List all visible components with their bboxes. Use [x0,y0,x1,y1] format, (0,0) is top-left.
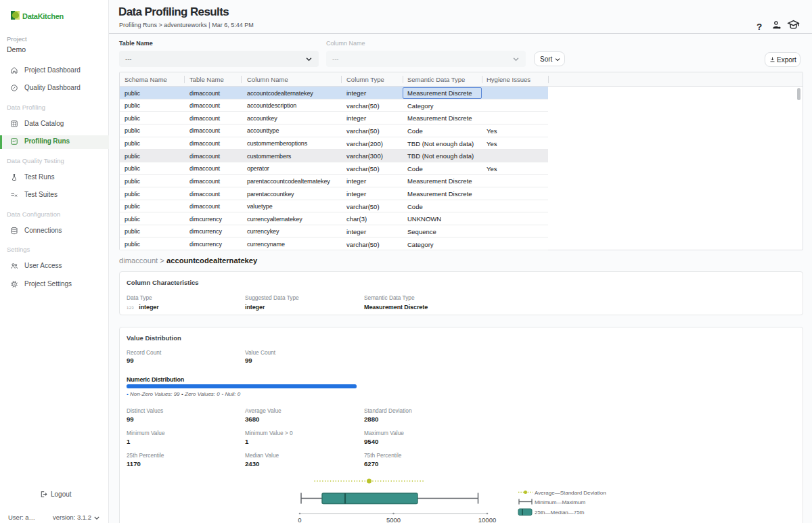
svg-text:Average—Standard Deviation: Average—Standard Deviation [535,489,606,495]
svg-text:Minimum—Maximum: Minimum—Maximum [535,499,585,505]
svg-text:5000: 5000 [386,516,401,523]
svg-text:0: 0 [298,516,301,523]
svg-text:25th—Median—75th: 25th—Median—75th [535,509,584,515]
svg-text:10000: 10000 [478,516,496,523]
